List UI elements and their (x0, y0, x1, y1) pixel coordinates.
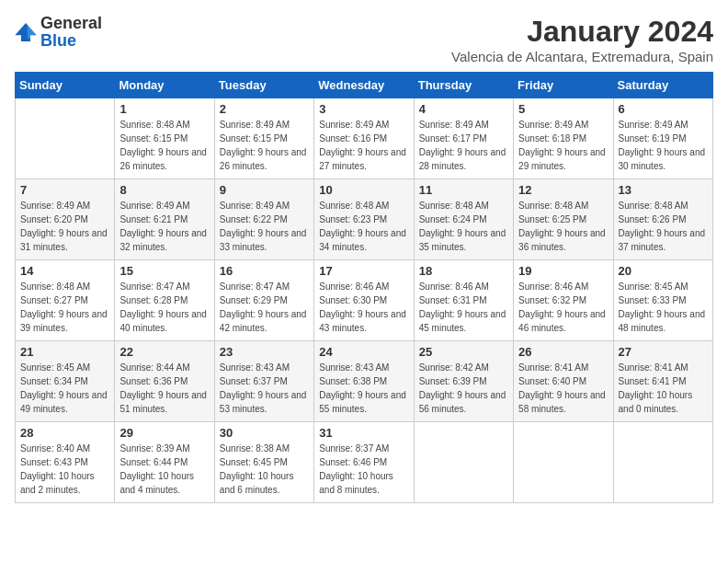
day-cell: 16Sunrise: 8:47 AMSunset: 6:29 PMDayligh… (214, 260, 313, 341)
day-number: 3 (319, 102, 408, 116)
day-info: Sunrise: 8:41 AMSunset: 6:41 PMDaylight:… (619, 361, 708, 416)
day-number: 8 (119, 183, 209, 197)
day-info: Sunrise: 8:38 AMSunset: 6:45 PMDaylight:… (220, 442, 309, 497)
week-row-5: 28Sunrise: 8:40 AMSunset: 6:43 PMDayligh… (16, 422, 713, 503)
day-cell: 25Sunrise: 8:42 AMSunset: 6:39 PMDayligh… (414, 341, 513, 422)
day-cell: 29Sunrise: 8:39 AMSunset: 6:44 PMDayligh… (115, 422, 214, 503)
month-title: January 2024 (451, 15, 713, 49)
week-row-4: 21Sunrise: 8:45 AMSunset: 6:34 PMDayligh… (16, 341, 713, 422)
day-cell: 8Sunrise: 8:49 AMSunset: 6:21 PMDaylight… (115, 179, 214, 260)
logo-icon (15, 23, 37, 41)
calendar-body: 1Sunrise: 8:48 AMSunset: 6:15 PMDaylight… (16, 98, 713, 503)
day-info: Sunrise: 8:49 AMSunset: 6:15 PMDaylight:… (220, 118, 309, 173)
day-info: Sunrise: 8:48 AMSunset: 6:24 PMDaylight:… (419, 199, 508, 254)
day-info: Sunrise: 8:49 AMSunset: 6:16 PMDaylight:… (319, 118, 408, 173)
week-row-3: 14Sunrise: 8:48 AMSunset: 6:27 PMDayligh… (16, 260, 713, 341)
day-number: 31 (319, 426, 408, 440)
day-cell: 20Sunrise: 8:45 AMSunset: 6:33 PMDayligh… (613, 260, 712, 341)
day-number: 29 (119, 426, 209, 440)
day-cell (414, 422, 513, 503)
header-cell-wednesday: Wednesday (314, 73, 414, 98)
day-number: 28 (20, 426, 109, 440)
header-cell-thursday: Thursday (414, 73, 513, 98)
day-info: Sunrise: 8:49 AMSunset: 6:22 PMDaylight:… (220, 199, 309, 254)
day-info: Sunrise: 8:48 AMSunset: 6:27 PMDaylight:… (20, 280, 109, 335)
day-info: Sunrise: 8:40 AMSunset: 6:43 PMDaylight:… (20, 442, 109, 497)
day-number: 1 (119, 102, 209, 116)
day-info: Sunrise: 8:49 AMSunset: 6:20 PMDaylight:… (20, 199, 109, 254)
week-row-2: 7Sunrise: 8:49 AMSunset: 6:20 PMDaylight… (16, 179, 713, 260)
day-info: Sunrise: 8:45 AMSunset: 6:33 PMDaylight:… (619, 280, 708, 335)
day-info: Sunrise: 8:48 AMSunset: 6:15 PMDaylight:… (119, 118, 209, 173)
day-info: Sunrise: 8:43 AMSunset: 6:37 PMDaylight:… (220, 361, 309, 416)
day-info: Sunrise: 8:48 AMSunset: 6:23 PMDaylight:… (319, 199, 408, 254)
day-info: Sunrise: 8:49 AMSunset: 6:18 PMDaylight:… (518, 118, 608, 173)
day-cell: 14Sunrise: 8:48 AMSunset: 6:27 PMDayligh… (16, 260, 115, 341)
day-number: 9 (220, 183, 309, 197)
day-info: Sunrise: 8:47 AMSunset: 6:28 PMDaylight:… (119, 280, 209, 335)
day-info: Sunrise: 8:45 AMSunset: 6:34 PMDaylight:… (20, 361, 109, 416)
day-cell: 27Sunrise: 8:41 AMSunset: 6:41 PMDayligh… (613, 341, 712, 422)
day-cell: 12Sunrise: 8:48 AMSunset: 6:25 PMDayligh… (514, 179, 613, 260)
day-cell: 24Sunrise: 8:43 AMSunset: 6:38 PMDayligh… (314, 341, 414, 422)
day-number: 21 (20, 345, 109, 359)
day-info: Sunrise: 8:44 AMSunset: 6:36 PMDaylight:… (119, 361, 209, 416)
day-cell: 6Sunrise: 8:49 AMSunset: 6:19 PMDaylight… (613, 98, 712, 179)
logo-general-text: General (40, 14, 102, 32)
logo-blue-text: Blue (40, 31, 76, 50)
day-cell: 4Sunrise: 8:49 AMSunset: 6:17 PMDaylight… (414, 98, 513, 179)
day-number: 12 (518, 183, 608, 197)
day-number: 26 (518, 345, 608, 359)
day-cell: 15Sunrise: 8:47 AMSunset: 6:28 PMDayligh… (115, 260, 214, 341)
day-number: 24 (319, 345, 408, 359)
header-row: SundayMondayTuesdayWednesdayThursdayFrid… (16, 73, 713, 98)
day-cell: 23Sunrise: 8:43 AMSunset: 6:37 PMDayligh… (214, 341, 313, 422)
day-cell: 30Sunrise: 8:38 AMSunset: 6:45 PMDayligh… (214, 422, 313, 503)
day-number: 27 (619, 345, 708, 359)
day-info: Sunrise: 8:49 AMSunset: 6:19 PMDaylight:… (619, 118, 708, 173)
day-cell: 21Sunrise: 8:45 AMSunset: 6:34 PMDayligh… (16, 341, 115, 422)
day-number: 18 (419, 264, 508, 278)
day-info: Sunrise: 8:42 AMSunset: 6:39 PMDaylight:… (419, 361, 508, 416)
day-number: 5 (518, 102, 608, 116)
day-info: Sunrise: 8:49 AMSunset: 6:17 PMDaylight:… (419, 118, 508, 173)
day-info: Sunrise: 8:37 AMSunset: 6:46 PMDaylight:… (319, 442, 408, 497)
day-number: 20 (619, 264, 708, 278)
day-info: Sunrise: 8:46 AMSunset: 6:32 PMDaylight:… (518, 280, 608, 335)
day-cell: 11Sunrise: 8:48 AMSunset: 6:24 PMDayligh… (414, 179, 513, 260)
day-number: 19 (518, 264, 608, 278)
day-cell: 1Sunrise: 8:48 AMSunset: 6:15 PMDaylight… (115, 98, 214, 179)
day-number: 11 (419, 183, 508, 197)
day-cell: 18Sunrise: 8:46 AMSunset: 6:31 PMDayligh… (414, 260, 513, 341)
day-number: 23 (220, 345, 309, 359)
day-cell: 31Sunrise: 8:37 AMSunset: 6:46 PMDayligh… (314, 422, 414, 503)
day-number: 14 (20, 264, 109, 278)
day-cell: 5Sunrise: 8:49 AMSunset: 6:18 PMDaylight… (514, 98, 613, 179)
header-cell-tuesday: Tuesday (214, 73, 313, 98)
day-info: Sunrise: 8:43 AMSunset: 6:38 PMDaylight:… (319, 361, 408, 416)
day-number: 2 (220, 102, 309, 116)
day-info: Sunrise: 8:48 AMSunset: 6:25 PMDaylight:… (518, 199, 608, 254)
title-area: January 2024 Valencia de Alcantara, Extr… (451, 15, 713, 64)
day-number: 13 (619, 183, 708, 197)
day-number: 30 (220, 426, 309, 440)
calendar-table: SundayMondayTuesdayWednesdayThursdayFrid… (15, 72, 713, 503)
day-number: 17 (319, 264, 408, 278)
day-info: Sunrise: 8:49 AMSunset: 6:21 PMDaylight:… (119, 199, 209, 254)
day-cell: 3Sunrise: 8:49 AMSunset: 6:16 PMDaylight… (314, 98, 414, 179)
day-cell: 28Sunrise: 8:40 AMSunset: 6:43 PMDayligh… (16, 422, 115, 503)
day-info: Sunrise: 8:48 AMSunset: 6:26 PMDaylight:… (619, 199, 708, 254)
day-cell: 22Sunrise: 8:44 AMSunset: 6:36 PMDayligh… (115, 341, 214, 422)
day-number: 25 (419, 345, 508, 359)
day-info: Sunrise: 8:46 AMSunset: 6:30 PMDaylight:… (319, 280, 408, 335)
day-number: 22 (119, 345, 209, 359)
day-number: 4 (419, 102, 508, 116)
day-number: 16 (220, 264, 309, 278)
day-cell: 17Sunrise: 8:46 AMSunset: 6:30 PMDayligh… (314, 260, 414, 341)
day-number: 10 (319, 183, 408, 197)
location-title: Valencia de Alcantara, Extremadura, Spai… (451, 49, 713, 64)
day-info: Sunrise: 8:47 AMSunset: 6:29 PMDaylight:… (220, 280, 309, 335)
logo: General Blue (15, 15, 102, 50)
day-cell: 9Sunrise: 8:49 AMSunset: 6:22 PMDaylight… (214, 179, 313, 260)
day-info: Sunrise: 8:46 AMSunset: 6:31 PMDaylight:… (419, 280, 508, 335)
